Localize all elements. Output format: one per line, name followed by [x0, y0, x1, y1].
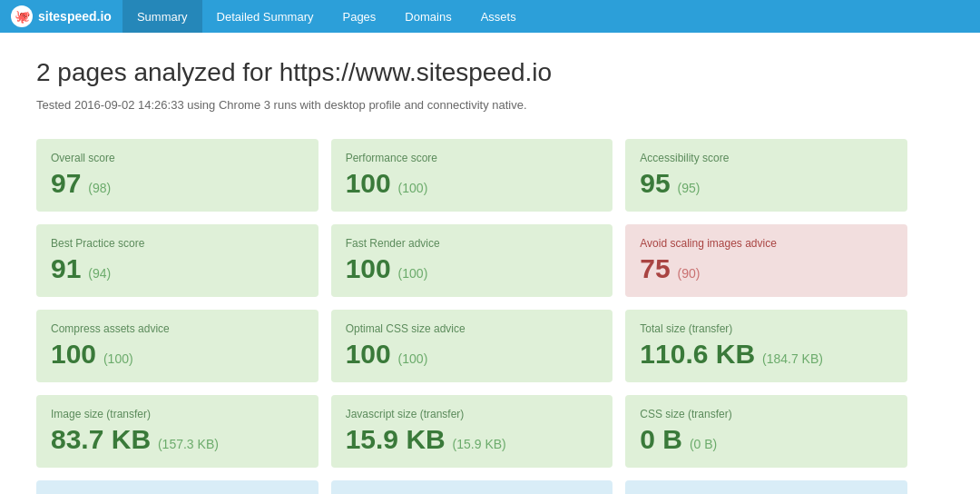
card-value-row-11: 0 B (0 B): [640, 426, 893, 453]
card-value-row-8: 110.6 KB (184.7 KB): [640, 341, 893, 368]
card-value-11: 0 B: [640, 424, 682, 454]
card-label-5: Avoid scaling images advice: [640, 237, 893, 250]
card-value-4: 100: [346, 253, 391, 283]
card-value-row-1: 100 (100): [346, 170, 599, 197]
card-value-5: 75: [640, 253, 670, 283]
nav-link-pages[interactable]: Pages: [328, 0, 390, 33]
metric-card-6: Compress assets advice100 (100): [36, 310, 318, 382]
nav-link-detailed-summary[interactable]: Detailed Summary: [202, 0, 328, 33]
card-sub-10: (15.9 KB): [449, 437, 506, 451]
page-title: 2 pages analyzed for https://www.sitespe…: [36, 58, 944, 87]
metric-card-9: Image size (transfer)83.7 KB (157.3 KB): [36, 395, 318, 468]
card-sub-1: (100): [395, 181, 428, 195]
card-label-0: Overall score: [51, 152, 304, 164]
main-content: 2 pages analyzed for https://www.sitespe…: [0, 33, 980, 494]
card-value-6: 100: [51, 339, 96, 369]
card-value-2: 95: [640, 168, 670, 198]
card-value-0: 97: [51, 168, 81, 198]
metric-card-4: Fast Render advice100 (100): [331, 224, 613, 297]
card-value-10: 15.9 KB: [346, 424, 446, 454]
card-sub-0: (98): [84, 181, 111, 195]
card-label-3: Best Practice score: [51, 237, 304, 250]
card-value-7: 100: [346, 339, 391, 369]
card-label-6: Compress assets advice: [51, 322, 304, 335]
nav-link-domains[interactable]: Domains: [390, 0, 466, 33]
card-sub-3: (94): [84, 266, 111, 281]
brand: 🐙 sitespeed.io: [11, 5, 112, 27]
card-label-9: Image size (transfer): [51, 408, 304, 420]
card-value-row-2: 95 (95): [640, 170, 893, 197]
metric-card-14: CSS requests0 (0): [625, 480, 907, 494]
card-value-row-0: 97 (98): [51, 170, 304, 197]
card-label-2: Accessibility score: [640, 152, 893, 164]
card-sub-5: (90): [674, 266, 701, 281]
page-subtitle: Tested 2016-09-02 14:26:33 using Chrome …: [36, 98, 944, 112]
card-value-row-5: 75 (90): [640, 255, 893, 282]
nav-link-assets[interactable]: Assets: [466, 0, 531, 33]
card-sub-8: (184.7 KB): [759, 351, 823, 366]
card-label-11: CSS size (transfer): [640, 408, 893, 420]
card-sub-2: (95): [674, 181, 701, 195]
metric-card-8: Total size (transfer)110.6 KB (184.7 KB): [625, 310, 907, 382]
card-value-3: 91: [51, 253, 81, 283]
metric-card-1: Performance score100 (100): [331, 139, 613, 212]
card-value-row-3: 91 (94): [51, 255, 304, 282]
card-label-7: Optimal CSS size advice: [346, 322, 599, 335]
metric-card-3: Best Practice score91 (94): [36, 224, 318, 297]
card-value-8: 110.6 KB: [640, 339, 755, 369]
card-value-9: 83.7 KB: [51, 424, 151, 454]
metric-card-11: CSS size (transfer)0 B (0 B): [625, 395, 907, 468]
metric-card-13: Image requests8 (10): [331, 480, 613, 494]
nav-link-summary[interactable]: Summary: [122, 0, 202, 33]
metric-card-10: Javascript size (transfer)15.9 KB (15.9 …: [331, 395, 613, 468]
card-label-10: Javascript size (transfer): [346, 408, 599, 420]
brand-logo: 🐙: [11, 5, 33, 27]
card-value-row-6: 100 (100): [51, 341, 304, 368]
card-value-row-7: 100 (100): [346, 341, 599, 368]
metric-card-0: Overall score97 (98): [36, 139, 318, 212]
card-sub-6: (100): [100, 351, 133, 366]
card-label-1: Performance score: [346, 152, 599, 164]
nav-links: SummaryDetailed SummaryPagesDomainsAsset…: [122, 0, 531, 33]
card-sub-11: (0 B): [686, 437, 717, 451]
card-label-4: Fast Render advice: [346, 237, 599, 250]
navbar: 🐙 sitespeed.io SummaryDetailed SummaryPa…: [0, 0, 980, 33]
metric-card-2: Accessibility score95 (95): [625, 139, 907, 212]
card-value-row-4: 100 (100): [346, 255, 599, 282]
metrics-grid: Overall score97 (98)Performance score100…: [36, 139, 907, 494]
card-label-8: Total size (transfer): [640, 322, 893, 335]
metric-card-5: Avoid scaling images advice75 (90): [625, 224, 907, 297]
card-value-1: 100: [346, 168, 391, 198]
card-sub-7: (100): [395, 351, 428, 366]
card-value-row-9: 83.7 KB (157.3 KB): [51, 426, 304, 453]
card-sub-9: (157.3 KB): [154, 437, 219, 451]
card-value-row-10: 15.9 KB (15.9 KB): [346, 426, 599, 453]
card-sub-4: (100): [395, 266, 428, 281]
metric-card-12: Total requests11 (13): [36, 480, 318, 494]
brand-name: sitespeed.io: [38, 9, 112, 24]
metric-card-7: Optimal CSS size advice100 (100): [331, 310, 613, 382]
